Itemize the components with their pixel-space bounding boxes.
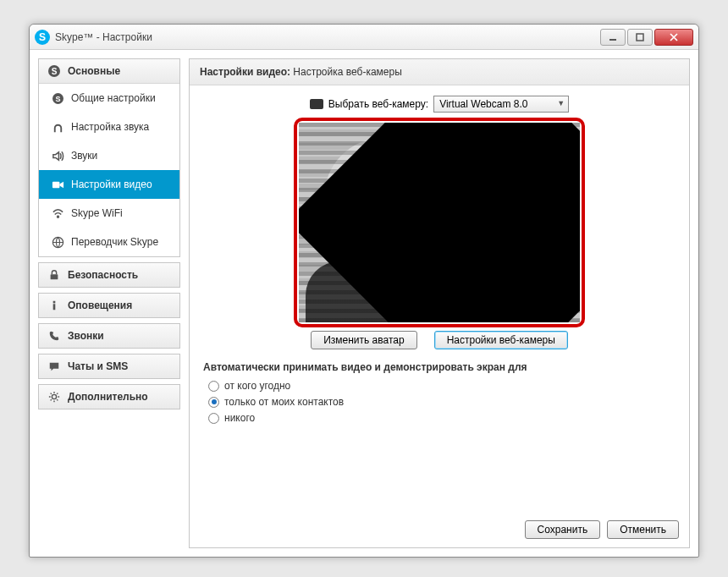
radio-icon <box>208 381 219 392</box>
chat-icon <box>47 360 61 373</box>
category-label: Дополнительно <box>68 391 148 403</box>
sidebar-item-label: Звуки <box>71 150 97 162</box>
svg-rect-8 <box>51 274 58 279</box>
category-calls: Звонки <box>38 323 180 349</box>
gear-icon <box>47 390 61 404</box>
category-label: Звонки <box>68 330 104 342</box>
skype-icon: S <box>51 91 64 105</box>
section-header: Настройки видео: Настройка веб-камеры <box>190 59 689 85</box>
sidebar-item-label: Общие настройки <box>71 92 156 104</box>
webcam-select[interactable]: Virtual Webcam 8.0 <box>433 96 569 113</box>
section-title-rest: Настройка веб-камеры <box>290 66 402 78</box>
info-icon <box>47 299 61 312</box>
radio-icon <box>208 413 219 424</box>
category-label: Чаты и SMS <box>68 360 128 372</box>
cancel-button[interactable]: Отменить <box>607 520 679 539</box>
webcam-settings-button[interactable]: Настройки веб-камеры <box>434 331 568 349</box>
close-button[interactable] <box>654 29 693 46</box>
section-title-bold: Настройки видео: <box>200 66 290 78</box>
svg-text:S: S <box>55 95 60 103</box>
camera-icon <box>310 99 323 109</box>
category-label: Оповещения <box>68 299 132 311</box>
sidebar-item-translator[interactable]: Переводчик Skype <box>39 228 179 256</box>
sidebar-item-audio[interactable]: Настройка звука <box>39 113 179 141</box>
save-button[interactable]: Сохранить <box>525 520 601 539</box>
radio-label: только от моих контактов <box>224 396 344 408</box>
svg-rect-0 <box>609 39 616 41</box>
svg-rect-9 <box>53 301 56 304</box>
skype-icon: S <box>35 30 50 45</box>
webcam-select-value: Virtual Webcam 8.0 <box>439 98 527 110</box>
webcam-preview-highlight <box>294 118 585 327</box>
phone-icon <box>47 329 61 343</box>
webcam-select-row: Выбрать веб-камеру: Virtual Webcam 8.0 <box>203 96 676 113</box>
category-advanced-header[interactable]: Дополнительно <box>39 385 179 409</box>
sidebar-item-label: Переводчик Skype <box>71 236 158 248</box>
radio-contacts-only[interactable]: только от моих контактов <box>208 396 676 408</box>
radio-anyone[interactable]: от кого угодно <box>208 380 676 392</box>
category-label: Безопасность <box>68 269 138 281</box>
speaker-icon <box>51 149 64 162</box>
headset-icon <box>51 120 64 134</box>
close-icon <box>670 33 678 41</box>
main-panel: Настройки видео: Настройка веб-камеры Вы… <box>189 58 690 548</box>
window-title: Skype™ - Настройки <box>55 31 152 43</box>
maximize-icon <box>636 33 644 41</box>
category-main: S Основные S Общие настройки Настройка з… <box>38 58 180 257</box>
webcam-preview <box>299 123 580 322</box>
category-notifications-header[interactable]: Оповещения <box>39 294 179 317</box>
sidebar-item-video[interactable]: Настройки видео <box>39 170 179 199</box>
category-chats: Чаты и SMS <box>38 354 180 379</box>
category-main-header[interactable]: S Основные <box>39 59 179 84</box>
minimize-icon <box>609 33 617 41</box>
svg-point-11 <box>52 394 56 398</box>
radio-label: от кого угодно <box>224 380 290 392</box>
category-security-header[interactable]: Безопасность <box>39 263 179 287</box>
window-controls <box>600 29 693 46</box>
svg-rect-1 <box>637 34 643 41</box>
minimize-button[interactable] <box>600 29 626 46</box>
category-main-label: Основные <box>68 65 120 77</box>
sidebar-item-wifi[interactable]: Skype WiFi <box>39 199 179 228</box>
radio-nobody[interactable]: никого <box>208 412 676 424</box>
wifi-icon <box>51 206 64 220</box>
auto-accept-label: Автоматически принимать видео и демонстр… <box>203 361 676 373</box>
settings-window: S Skype™ - Настройки S Основные <box>29 24 699 558</box>
radio-icon <box>208 397 219 408</box>
category-chats-header[interactable]: Чаты и SMS <box>39 354 179 378</box>
sidebar-item-general[interactable]: S Общие настройки <box>39 84 179 113</box>
globe-icon <box>51 235 64 249</box>
category-advanced: Дополнительно <box>38 384 180 409</box>
sidebar-item-label: Настройка звука <box>71 121 149 133</box>
sidebar-item-label: Skype WiFi <box>71 207 123 219</box>
category-calls-header[interactable]: Звонки <box>39 324 179 348</box>
svg-rect-6 <box>52 181 58 188</box>
footer-buttons: Сохранить Отменить <box>190 512 689 547</box>
sidebar-item-sounds[interactable]: Звуки <box>39 141 179 170</box>
preview-buttons: Изменить аватар Настройки веб-камеры <box>203 331 676 349</box>
lock-icon <box>47 268 61 282</box>
category-notifications: Оповещения <box>38 293 180 318</box>
titlebar[interactable]: S Skype™ - Настройки <box>30 25 698 50</box>
sidebar-item-label: Настройки видео <box>71 179 152 190</box>
radio-label: никого <box>224 412 255 424</box>
change-avatar-button[interactable]: Изменить аватар <box>311 331 417 349</box>
sidebar: S Основные S Общие настройки Настройка з… <box>38 58 180 548</box>
category-security: Безопасность <box>38 262 180 288</box>
svg-rect-10 <box>53 304 56 310</box>
skype-icon: S <box>47 64 61 78</box>
svg-text:S: S <box>52 67 58 76</box>
content-area: S Основные S Общие настройки Настройка з… <box>30 50 698 557</box>
maximize-button[interactable] <box>627 29 653 46</box>
camera-icon <box>51 178 64 191</box>
select-webcam-label: Выбрать веб-камеру: <box>328 98 428 110</box>
